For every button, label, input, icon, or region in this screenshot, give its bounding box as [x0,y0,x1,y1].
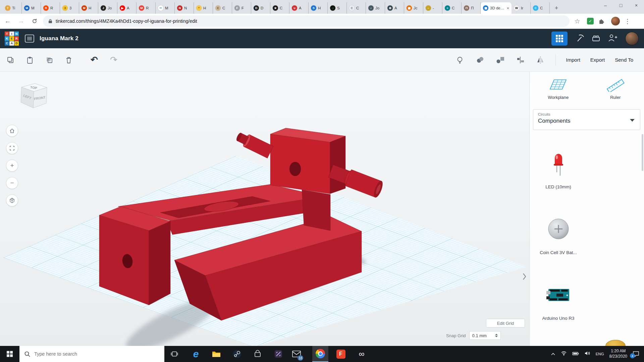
ungroup-button[interactable] [495,54,505,66]
design-list-icon[interactable] [25,35,34,43]
browser-tab[interactable]: SH [309,2,328,14]
workplane-tool[interactable]: Workplane [530,78,587,100]
browser-tab[interactable]: MH [79,2,98,14]
export-button[interactable]: Export [590,57,605,63]
mail-app-button[interactable]: 18 [288,346,305,362]
browser-tab[interactable]: CC [347,2,366,14]
browser-tab[interactable]: –- [423,2,442,14]
3d-viewport[interactable]: TOP LEFT FRONT + − Edit Grid Snap Grid 0… [0,72,529,346]
browser-tab[interactable]: ♫S [328,2,347,14]
component-category-dropdown[interactable]: Circuits Components [533,109,640,130]
view-cube[interactable]: TOP LEFT FRONT [9,80,50,115]
url-bar[interactable]: tinkercad.com/things/4MZ4Ka4hDd1-copy-of… [43,15,570,27]
tinkercad-logo[interactable]: TINKERCAD [5,32,19,46]
browser-tab[interactable]: WIr [512,2,531,14]
browser-tab[interactable]: 33 [60,2,79,14]
collapse-panel-handle[interactable] [520,269,529,284]
back-button[interactable]: ← [2,15,13,27]
steam-app-button[interactable] [229,346,245,362]
extensions-puzzle-icon[interactable] [596,15,607,27]
3d-scene[interactable] [0,72,529,346]
zoom-out-button[interactable]: − [6,177,18,189]
browser-tab[interactable]: MR [137,2,156,14]
tab-close-icon[interactable]: × [506,6,509,11]
browser-tab[interactable]: ▶A [117,2,137,14]
share-person-icon[interactable] [608,34,618,44]
browser-tab[interactable]: RR [41,2,60,14]
network-tray-icon[interactable] [561,351,567,357]
browser-tab[interactable]: ▦Jc [404,2,423,14]
battery-tray-icon[interactable] [572,351,579,357]
tray-expand-button[interactable] [551,351,555,357]
browser-profile-avatar[interactable] [611,17,620,25]
snap-grid-select[interactable]: 0.1 mm [469,331,501,340]
perspective-toggle-button[interactable] [6,194,18,206]
zoom-in-button[interactable]: + [6,160,18,172]
sidebar-scrollbar[interactable] [642,134,643,171]
window-close-button[interactable]: × [629,0,644,11]
browser-tab[interactable]: FF [232,2,251,14]
delete-button[interactable] [64,54,74,66]
browser-tab[interactable]: ♪Jo [366,2,385,14]
mirror-button[interactable] [535,54,545,66]
browser-tab[interactable]: *H [194,2,213,14]
url-text[interactable]: tinkercad.com/things/4MZ4Ka4hDd1-copy-of… [56,18,197,24]
chrome-app-button[interactable] [312,346,328,362]
align-button[interactable] [515,54,525,66]
volume-tray-icon[interactable] [584,351,590,357]
infinity-app-button[interactable]: ∞ [354,346,370,362]
edge-app-button[interactable]: e [188,346,204,362]
browser-tab[interactable]: ≡C [442,2,462,14]
bricks-pickaxe-icon[interactable] [575,33,584,44]
search-input[interactable] [34,351,148,357]
browser-tab[interactable]: TTi [3,2,22,14]
browser-tab[interactable]: JJo [98,2,117,14]
spinner-caret-icon[interactable] [495,334,498,337]
import-button[interactable]: Import [566,57,580,63]
browser-tab-active[interactable]: ▦3D design Copy of Iguana for printing× [481,2,512,14]
browser-tab[interactable]: DD [251,2,270,14]
user-avatar[interactable] [625,32,639,45]
browser-tab[interactable]: ••M [156,2,175,14]
reload-button[interactable] [29,15,40,27]
component-coincell[interactable]: Coin Cell 3V Bat... [530,210,587,276]
forward-button[interactable]: → [15,15,27,27]
browser-tab[interactable]: NN [175,2,194,14]
new-tab-button[interactable]: + [552,3,561,13]
group-button[interactable] [475,54,485,66]
taskbar-search[interactable] [19,346,164,362]
file-explorer-button[interactable] [208,346,224,362]
taskbar-clock[interactable]: 1:20 AM 8/23/2020 [609,349,627,359]
send-to-button[interactable]: Send To [615,57,633,63]
extension-check-icon[interactable]: ✓ [587,18,594,24]
shapes-grid-button[interactable] [551,32,568,46]
language-indicator[interactable]: ENG [596,352,604,356]
task-view-button[interactable] [166,346,182,362]
redo-button[interactable]: ↷ [109,54,119,66]
fit-view-button[interactable] [6,142,18,154]
window-maximize-button[interactable]: □ [613,0,629,11]
browser-tab[interactable]: ΠΠ [462,2,481,14]
paste-button[interactable] [25,54,35,66]
browser-tab[interactable]: CC [213,2,232,14]
undo-button[interactable]: ↶ [89,54,99,66]
window-minimize-button[interactable]: – [598,0,613,11]
component-vibration[interactable]: Vibration Motor [530,342,587,346]
fusion-app-button[interactable]: F [333,346,349,362]
store-app-button[interactable] [250,346,266,362]
browser-tab[interactable]: ⊕A [385,2,404,14]
browser-tab[interactable]: uA [289,2,309,14]
game-center-button[interactable] [270,346,286,362]
browser-tab[interactable]: MM [22,2,41,14]
edit-grid-button[interactable]: Edit Grid [486,319,525,327]
copy-button[interactable] [5,54,15,66]
component-arduino[interactable]: Arduino Uno R3 [530,276,587,342]
action-center-button[interactable]: 4 [633,351,639,357]
start-button[interactable] [0,346,19,362]
browser-menu-icon[interactable]: ⋮ [622,15,633,27]
home-view-button[interactable] [6,125,18,137]
duplicate-button[interactable] [44,54,54,66]
browser-tab[interactable]: ★C [270,2,289,14]
ruler-tool[interactable]: Ruler [587,78,644,100]
bookmark-star-icon[interactable]: ☆ [572,15,583,27]
